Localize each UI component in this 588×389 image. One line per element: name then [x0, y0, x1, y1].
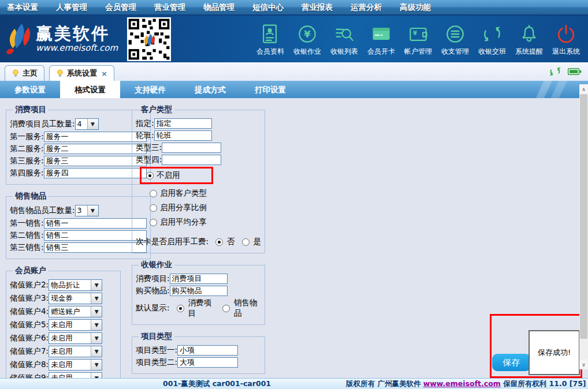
designate-input[interactable] — [154, 118, 212, 129]
subtab-format-settings[interactable]: 格式设置 — [60, 81, 120, 98]
menu-item-business-management[interactable]: 营业管理 — [154, 2, 185, 13]
subtab-hardware-support[interactable]: 支持硬件 — [120, 81, 180, 98]
field-label: 销售物品员工数量: — [10, 205, 75, 216]
tab-home[interactable]: 主页 — [5, 65, 44, 81]
radio-disable-customer-type[interactable] — [146, 172, 154, 179]
menu-item-advanced-features[interactable]: 高级功能 — [400, 2, 431, 13]
form-row: 第二服务: — [10, 144, 147, 154]
panel-title: 销售物品 — [13, 191, 49, 201]
radio-label: 启用客户类型 — [160, 188, 207, 199]
field-label: 购买物品: — [136, 286, 170, 296]
radio-enable-share-ratio[interactable] — [150, 204, 157, 212]
shift-input[interactable] — [154, 130, 212, 141]
field-label: 次卡是否启用手工费: — [136, 237, 209, 247]
highlight-box-disabled-option: 不启用 — [140, 167, 213, 184]
consume-item-input[interactable] — [170, 274, 228, 284]
shortcut-exit-system[interactable]: 退出系统 — [548, 22, 585, 57]
consume-staff-count-select[interactable]: 4 ▼ — [75, 118, 99, 130]
shortcut-member-card[interactable]: 会员开卡 — [363, 22, 400, 57]
app-window: 基本设置 人事管理 会员管理 营业管理 物品管理 短信中心 营业报表 运营分析 … — [0, 0, 588, 389]
item-type-1-input[interactable] — [177, 345, 238, 356]
form-row: 第一销售: — [10, 218, 147, 229]
shortcut-income-expense[interactable]: 收支管理 — [437, 22, 474, 57]
shortcut-cashier-list[interactable]: 收银列表 — [326, 22, 363, 57]
brand-name: 赢美软件 — [36, 25, 118, 42]
scroll-down-icon[interactable]: ∨ — [579, 360, 588, 369]
radio-label: 是 — [254, 237, 262, 247]
stored-account-7-select[interactable]: 未启用 ▼ — [49, 346, 102, 357]
tab-system-settings[interactable]: 系统设置 × — [49, 65, 114, 81]
scroll-up-icon[interactable]: ∧ — [579, 84, 588, 94]
menu-item-goods-management[interactable]: 物品管理 — [203, 2, 235, 13]
menu-item-operation-analysis[interactable]: 运营分析 — [351, 2, 382, 13]
default-display-radio-consume[interactable] — [177, 305, 184, 312]
close-icon[interactable]: × — [101, 69, 107, 78]
field-label: 第二销售: — [10, 230, 44, 241]
shortcut-cashier-work[interactable]: ¥ 收银作业 — [289, 22, 326, 57]
battery-icon[interactable] — [567, 66, 582, 77]
purchase-item-input[interactable] — [170, 286, 228, 296]
chevron-down-icon: ▼ — [87, 119, 98, 129]
menu-item-hr-management[interactable]: 人事管理 — [56, 2, 87, 13]
brand-logo-icon — [3, 22, 32, 57]
menu-item-member-management[interactable]: 会员管理 — [105, 2, 136, 13]
stored-account-4-select[interactable]: 赠送账户 ▼ — [49, 306, 102, 317]
radio-label: 启用分享比例 — [160, 203, 207, 213]
service-2-input[interactable] — [44, 144, 147, 154]
shortcut-shift-change[interactable]: 收银交班 — [474, 22, 511, 57]
service-3-input[interactable] — [44, 156, 147, 166]
stored-account-8-select[interactable]: 未启用 ▼ — [49, 359, 102, 371]
shortcut-member-profile[interactable]: 会员资料 — [252, 22, 289, 57]
subtab-parameter-settings[interactable]: 参数设置 — [0, 81, 60, 98]
default-display-radio-sales[interactable] — [222, 305, 230, 312]
save-button[interactable]: 保存 — [492, 354, 531, 371]
radio-label: 启用平均分享 — [160, 217, 207, 227]
stored-account-6-select[interactable]: 未启用 ▼ — [49, 332, 102, 344]
field-label: 消费项目: — [136, 274, 170, 284]
chevron-down-icon: ▼ — [91, 306, 102, 317]
stored-account-9-select[interactable]: 未启用 ▼ — [49, 372, 102, 378]
content-area: 消费项目 消费项目员工数量: 4 ▼ 第一服务: 第二服务: — [0, 99, 588, 378]
manual-fee-radio-no[interactable] — [215, 238, 223, 246]
subtab-commission-method[interactable]: 提成方式 — [180, 81, 240, 98]
shortcut-account-management[interactable]: ¥ 帐户管理 — [400, 22, 437, 57]
shortcut-label: 会员开卡 — [367, 47, 395, 57]
type-3-input[interactable] — [162, 143, 221, 153]
radio-enable-customer-type[interactable] — [150, 190, 157, 197]
stored-account-3-select[interactable]: 现金券 ▼ — [49, 293, 102, 304]
sales-staff-count-select[interactable]: 3 ▼ — [75, 205, 99, 216]
field-label: 类型三: — [136, 143, 162, 153]
subtab-print-settings[interactable]: 打印设置 — [240, 81, 300, 98]
sales-3-input[interactable] — [44, 242, 147, 253]
cashier-list-search-icon — [332, 22, 356, 46]
footer-website-link[interactable]: www.emeisoft.com — [423, 379, 501, 388]
service-1-input[interactable] — [44, 132, 147, 142]
menu-item-business-reports[interactable]: 营业报表 — [302, 2, 333, 13]
vertical-scrollbar[interactable]: ∧ ∨ — [579, 84, 588, 369]
shortcut-label: 帐户管理 — [404, 47, 432, 57]
scrollbar-thumb[interactable] — [580, 94, 587, 339]
radio-row: 启用客户类型 — [150, 188, 261, 199]
panel-member-accounts: 会员账户 储值账户2: 物品折让 ▼ 储值账户3: 现金券 ▼ 储 — [6, 265, 121, 378]
field-label: 类型四: — [136, 155, 162, 165]
manual-fee-radio-yes[interactable] — [242, 238, 250, 246]
menu-item-sms-center[interactable]: 短信中心 — [252, 2, 284, 13]
radio-enable-average-share[interactable] — [150, 219, 157, 226]
stored-account-5-select[interactable]: 未启用 ▼ — [49, 319, 102, 331]
menu-item-basic-settings[interactable]: 基本设置 — [7, 2, 38, 13]
brand-url: www.emeisoft.com — [36, 43, 118, 53]
stored-account-2-select[interactable]: 物品折让 ▼ — [49, 279, 102, 291]
item-type-2-input[interactable] — [177, 357, 238, 368]
field-label: 项目类型二: — [136, 357, 177, 368]
refresh-icon[interactable] — [549, 66, 561, 77]
service-4-input[interactable] — [44, 168, 147, 178]
field-label: 储值账户2: — [10, 280, 49, 290]
type-4-input[interactable] — [162, 155, 221, 165]
form-row: 第二销售: — [10, 230, 147, 241]
shortcut-label: 系统提醒 — [515, 47, 543, 57]
sales-1-input[interactable] — [44, 218, 147, 229]
manual-fee-row: 次卡是否启用手工费: 否 是 — [136, 237, 261, 247]
sales-2-input[interactable] — [44, 230, 147, 241]
shortcut-system-remind[interactable]: 系统提醒 — [511, 22, 548, 57]
member-profile-icon — [258, 22, 282, 46]
